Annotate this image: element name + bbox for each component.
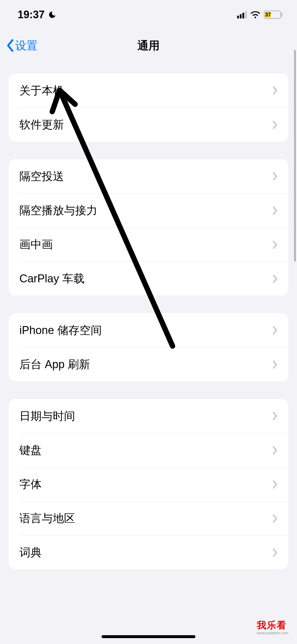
page-title: 通用 (0, 38, 297, 53)
back-button[interactable]: 设置 (6, 38, 38, 53)
row-label: 画中画 (19, 237, 53, 252)
chevron-right-icon (272, 172, 278, 181)
settings-group: 关于本机软件更新 (9, 73, 288, 142)
row-label: 软件更新 (19, 117, 64, 132)
chevron-right-icon (272, 274, 278, 283)
chevron-left-icon (6, 39, 15, 52)
watermark-url: www.woleken.com (257, 631, 288, 635)
navigation-bar: 设置 通用 (0, 29, 297, 62)
row-label: 词典 (19, 545, 42, 560)
settings-row[interactable]: 日期与时间 (9, 399, 288, 433)
row-label: 语言与地区 (19, 511, 75, 526)
watermark-text: 我乐看 (257, 619, 288, 632)
row-label: 关于本机 (19, 83, 64, 98)
chevron-right-icon (272, 240, 278, 249)
row-label: 键盘 (19, 443, 42, 458)
settings-list: 关于本机软件更新隔空投送隔空播放与接力画中画CarPlay 车载iPhone 储… (0, 73, 297, 569)
settings-row[interactable]: 后台 App 刷新 (19, 347, 288, 381)
settings-row[interactable]: 语言与地区 (19, 501, 288, 535)
battery-icon: 37 (264, 11, 282, 19)
chevron-right-icon (272, 360, 278, 369)
do-not-disturb-icon (48, 11, 56, 19)
settings-row[interactable]: 键盘 (19, 433, 288, 467)
chevron-right-icon (272, 548, 278, 557)
status-time: 19:37 (18, 9, 45, 21)
status-right: 37 (237, 11, 282, 19)
back-label: 设置 (15, 38, 38, 53)
chevron-right-icon (272, 412, 278, 420)
wifi-icon (250, 11, 260, 19)
settings-row[interactable]: iPhone 储存空间 (9, 313, 288, 347)
row-label: 后台 App 刷新 (19, 357, 90, 372)
settings-row[interactable]: 画中画 (19, 227, 288, 261)
row-label: 日期与时间 (19, 409, 75, 424)
status-bar: 19:37 37 (0, 0, 297, 29)
chevron-right-icon (272, 514, 278, 523)
settings-row[interactable]: 隔空播放与接力 (19, 193, 288, 227)
row-label: iPhone 储存空间 (19, 323, 102, 338)
watermark: 我乐看 www.woleken.com (257, 619, 288, 635)
scrollbar[interactable] (294, 50, 296, 261)
row-label: CarPlay 车载 (19, 271, 85, 286)
settings-group: 日期与时间键盘字体语言与地区词典 (9, 399, 288, 569)
chevron-right-icon (272, 446, 278, 455)
settings-row[interactable]: 字体 (19, 467, 288, 501)
settings-row[interactable]: 软件更新 (19, 108, 288, 142)
chevron-right-icon (272, 86, 278, 95)
status-left: 19:37 (18, 9, 56, 21)
cellular-icon (237, 11, 247, 19)
chevron-right-icon (272, 326, 278, 335)
settings-row[interactable]: 隔空投送 (9, 159, 288, 193)
settings-group: iPhone 储存空间后台 App 刷新 (9, 313, 288, 381)
battery-level: 37 (265, 12, 271, 18)
chevron-right-icon (272, 206, 278, 215)
settings-row[interactable]: 关于本机 (9, 73, 288, 108)
home-indicator (102, 635, 195, 638)
row-label: 隔空投送 (19, 169, 64, 184)
row-label: 字体 (19, 477, 42, 492)
settings-row[interactable]: 词典 (19, 535, 288, 569)
chevron-right-icon (272, 480, 278, 489)
chevron-right-icon (272, 120, 278, 129)
settings-row[interactable]: CarPlay 车载 (19, 261, 288, 296)
settings-group: 隔空投送隔空播放与接力画中画CarPlay 车载 (9, 159, 288, 296)
row-label: 隔空播放与接力 (19, 203, 97, 218)
